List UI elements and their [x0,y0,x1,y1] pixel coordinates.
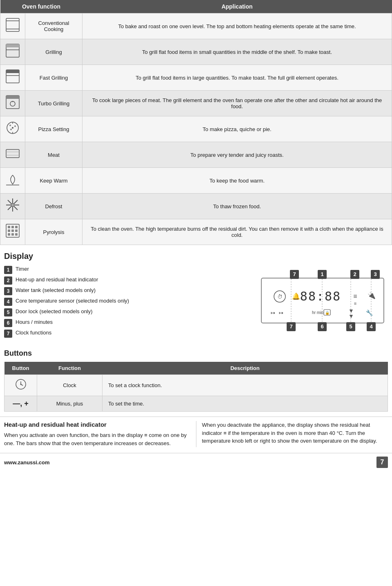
svg-rect-20 [6,149,19,158]
svg-rect-30 [8,226,10,228]
oven-func-name: Defrost [25,194,82,219]
display-item-text: Core temperature sensor (selected models… [16,298,129,304]
svg-rect-7 [6,70,19,73]
svg-rect-36 [8,233,10,236]
display-list-item: 5Door lock (selected models only) [4,308,249,316]
oven-icon-cell [0,168,25,194]
btn-icon-cell [4,375,37,396]
svg-point-18 [14,125,16,127]
svg-rect-31 [11,226,14,228]
svg-point-78 [20,384,21,385]
oven-func-name: Pizza Setting [25,116,82,142]
display-item-text: Timer [16,266,29,272]
heat-right-text: When you deactivate the appliance, the d… [202,421,388,445]
table-row: Turbo Grilling To cook large pieces of m… [0,91,392,116]
footer-url: www.zanussi.com [4,459,50,466]
display-item-text: Clock functions [16,330,51,336]
display-item-num: 2 [4,276,12,285]
oven-function-table: Oven function Application Conventional C… [0,0,392,245]
heat-right: When you deactivate the appliance, the d… [196,421,388,447]
table-row: Clock To set a clock function. [4,375,388,396]
display-list-item: 4Core temperature sensor (selected model… [4,298,249,306]
oven-icon-cell [0,13,25,39]
oven-func-name: Conventional Cooking [25,13,82,39]
display-item-text: Door lock (selected models only) [16,308,93,314]
heat-title: Heat-up and residual heat indicator [4,421,190,428]
display-item-num: 6 [4,319,12,327]
btn-col-function: Function [37,362,102,375]
oven-app-text: To clean the oven. The high temperature … [82,219,392,245]
table-row: Keep Warm To keep the food warm. [0,168,392,194]
oven-icon-cell [0,194,25,219]
svg-text:🔒: 🔒 [325,310,330,315]
display-title: Display [4,252,388,261]
svg-rect-10 [6,96,19,99]
svg-text:1: 1 [321,271,323,277]
oven-func-name: Meat [25,142,82,168]
svg-text:🔧: 🔧 [366,310,373,316]
svg-rect-4 [6,44,19,47]
display-section: Display 1Timer2Heat-up and residual heat… [0,245,392,344]
btn-func-text: Minus, plus [37,396,102,412]
oven-func-name: Fast Grilling [25,65,82,91]
btn-desc-text: To set a clock function. [102,375,388,396]
display-content: 1Timer2Heat-up and residual heat indicat… [4,266,388,340]
heat-left-text: When you activate an oven function, the … [4,431,190,447]
svg-text:hr  min: hr min [312,310,323,315]
display-list-item: 2Heat-up and residual heat indicator [4,276,249,285]
oven-icon-cell [0,91,25,116]
display-list-item: 7Clock functions [4,330,249,338]
table-row: Grilling To grill flat food items in sma… [0,39,392,65]
display-list-item: 3Water tank (selected models only) [4,287,249,295]
display-list-item: 6Hours / minutes [4,319,249,327]
display-item-num: 4 [4,298,12,306]
svg-point-14 [12,127,13,129]
display-item-num: 1 [4,266,12,274]
svg-rect-33 [8,229,10,232]
oven-func-name: Keep Warm [25,168,82,194]
svg-rect-38 [15,233,18,236]
buttons-title: Buttons [4,349,388,358]
display-list: 1Timer2Heat-up and residual heat indicat… [4,266,249,340]
oven-app-text: To bake and roast on one oven level. The… [82,13,392,39]
display-item-text: Heat-up and residual heat indicator [16,276,98,283]
oven-func-name: Turbo Grilling [25,91,82,116]
footer-page: 7 [376,457,388,468]
btn-func-text: Clock [37,375,102,396]
svg-point-28 [11,203,14,207]
svg-text:🔔: 🔔 [292,292,300,300]
svg-text:⏱: ⏱ [277,294,283,300]
display-diagram: 7 1 2 3 ⏱ 🔔 88:88 ≡ ≡ 🔌 [257,266,388,332]
table-row: —, + Minus, plus To set the time. [4,396,388,412]
svg-text:88:88: 88:88 [300,289,341,303]
svg-text:3: 3 [374,271,376,277]
svg-text:7: 7 [293,271,296,277]
table-row: Defrost To thaw frozen food. [0,194,392,219]
oven-app-text: To make pizza, quiche or pie. [82,116,392,142]
btn-desc-text: To set the time. [102,396,388,412]
oven-app-text: To grill flat food items in small quanti… [82,39,392,65]
svg-text:↦: ↦ [271,310,275,316]
buttons-table: Button Function Description Clock To set… [4,362,388,412]
svg-text:🔌: 🔌 [368,292,376,299]
btn-icon-cell: —, + [4,396,37,412]
svg-text:2: 2 [353,271,356,277]
svg-point-17 [9,125,11,126]
heat-section: Heat-up and residual heat indicator When… [0,417,392,451]
oven-app-text: To prepare very tender and juicy roasts. [82,142,392,168]
display-item-text: Hours / minutes [16,319,53,325]
svg-text:5: 5 [349,323,352,330]
oven-func-name: Pyrolysis [25,219,82,245]
oven-app-text: To cook large pieces of meat. The grill … [82,91,392,116]
display-item-num: 7 [4,330,12,338]
table-row: Fast Grilling To grill flat food items i… [0,65,392,91]
col-oven-function: Oven function [0,0,82,13]
svg-rect-32 [15,226,18,228]
svg-text:≡: ≡ [354,301,356,306]
svg-text:↦: ↦ [279,310,283,316]
table-row: Pizza Setting To make pizza, quiche or p… [0,116,392,142]
svg-text:≡: ≡ [353,293,357,300]
oven-app-text: To grill flat food items in large quanti… [82,65,392,91]
svg-rect-34 [11,229,14,232]
oven-app-text: To thaw frozen food. [82,194,392,219]
